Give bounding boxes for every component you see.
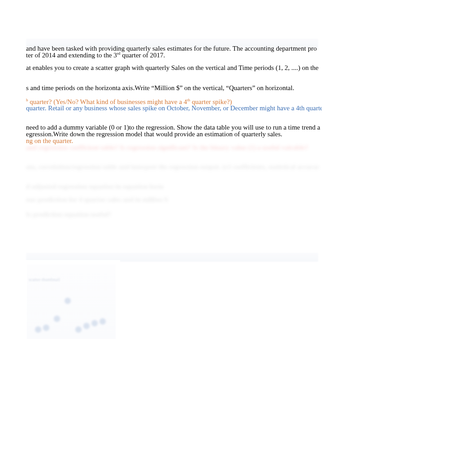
data-point	[91, 320, 98, 326]
obscured-text: and regression coefficient table? Is reg…	[26, 144, 322, 152]
data-point	[83, 323, 90, 329]
data-point	[43, 325, 49, 331]
data-point	[100, 318, 106, 325]
body-text: ter of 2014 and extending to the 3rd qua…	[26, 51, 322, 59]
attachment-thumbnail[interactable]: scatter-thumbnail	[22, 260, 120, 343]
thumb-label: scatter-thumbnail	[29, 277, 60, 282]
scatter-preview: scatter-thumbnail	[27, 265, 116, 339]
text-fragment: ter of 2014 and extending to the 3	[26, 52, 117, 59]
obscured-text: our prediction for 4 quarter sales and i…	[26, 196, 322, 204]
data-point	[75, 326, 82, 333]
obscured-text: Is prediction equation useful?	[26, 211, 322, 218]
data-point	[65, 298, 71, 304]
obscured-text: ata, correlation/regression table and in…	[26, 163, 322, 171]
document-page: { "lines": { "l1": " and have been taske…	[0, 0, 476, 451]
body-text: at enables you to create a scatter graph…	[26, 64, 322, 72]
body-text: s and time periods on the horizonta axis…	[26, 84, 322, 92]
data-point	[35, 326, 41, 333]
data-point	[54, 316, 60, 322]
answer-text: quarter. Retail or any business whose sa…	[26, 104, 322, 112]
obscured-text: d adjusted regression equation in equati…	[26, 183, 322, 191]
text-fragment: quarter of 2017.	[120, 52, 165, 59]
